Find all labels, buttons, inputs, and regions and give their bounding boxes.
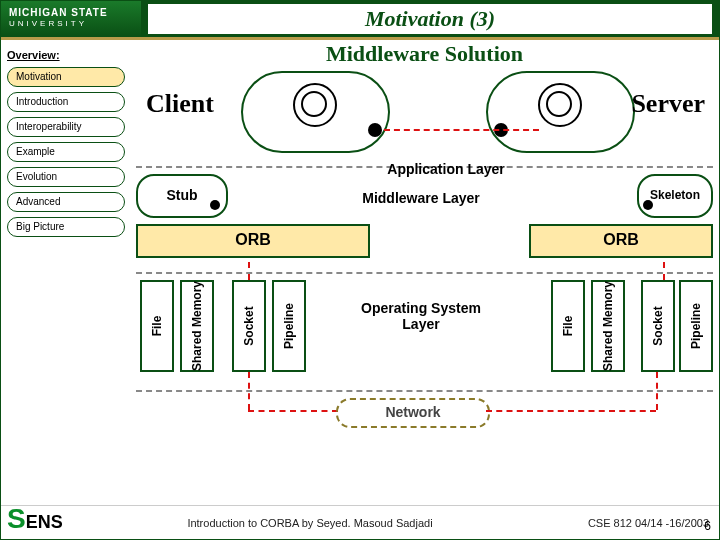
- port-icon: [210, 200, 220, 210]
- io-socket-right: Socket: [641, 280, 675, 372]
- footer: Introduction to CORBA by Seyed. Masoud S…: [1, 505, 719, 539]
- connector: [248, 410, 338, 412]
- io-label: File: [561, 316, 575, 337]
- io-label: Pipeline: [282, 303, 296, 349]
- io-pipeline-right: Pipeline: [679, 280, 713, 372]
- nav-motivation[interactable]: Motivation: [7, 67, 125, 87]
- io-pipeline-left: Pipeline: [272, 280, 306, 372]
- middleware-layer-row: Stub Middleware Layer Skeleton ORB ORB: [136, 172, 713, 272]
- connector: [384, 129, 539, 131]
- connector: [248, 372, 250, 410]
- skeleton-label: Skeleton: [650, 188, 700, 202]
- io-label: Socket: [651, 306, 665, 345]
- orb-right: ORB: [529, 224, 713, 258]
- skeleton-box: Skeleton: [637, 174, 713, 218]
- io-label: Shared Memory: [601, 281, 615, 371]
- io-socket-left: Socket: [232, 280, 266, 372]
- nav-interoperability[interactable]: Interoperability: [7, 117, 125, 137]
- sidebar: Overview: Motivation Introduction Intero…: [7, 45, 125, 242]
- io-file-left: File: [140, 280, 174, 372]
- gold-stripe: [1, 37, 719, 40]
- sidebar-heading: Overview:: [7, 49, 125, 61]
- io-label: File: [150, 316, 164, 337]
- os-layer-row: File Shared Memory Socket Pipeline Opera…: [136, 280, 713, 390]
- slide: MICHIGAN STATE UNIVERSITY Motivation (3)…: [0, 0, 720, 540]
- topbar: MICHIGAN STATE UNIVERSITY Motivation (3): [1, 1, 719, 37]
- server-process: [486, 71, 635, 153]
- io-label: Shared Memory: [190, 281, 204, 371]
- io-sharedmem-right: Shared Memory: [591, 280, 625, 372]
- nav-example[interactable]: Example: [7, 142, 125, 162]
- connector: [663, 262, 665, 280]
- diagram: Middleware Solution Client Server Applic…: [136, 41, 713, 499]
- os-layer-caption: Operating System Layer: [356, 300, 486, 332]
- client-label: Client: [146, 89, 214, 119]
- orb-left: ORB: [136, 224, 370, 258]
- university-sub: UNIVERSITY: [9, 19, 133, 29]
- stub-label: Stub: [166, 187, 197, 203]
- nav-advanced[interactable]: Advanced: [7, 192, 125, 212]
- page-number: 6: [704, 519, 711, 533]
- io-file-right: File: [551, 280, 585, 372]
- connector: [656, 372, 658, 410]
- network-row: Network: [136, 392, 713, 432]
- middleware-layer-caption: Middleware Layer: [356, 190, 486, 206]
- application-layer-row: Client Server Application Layer: [136, 71, 713, 166]
- io-label: Pipeline: [689, 303, 703, 349]
- network-cloud: Network: [336, 398, 490, 428]
- university-logo: MICHIGAN STATE UNIVERSITY: [1, 1, 141, 37]
- connector: [486, 410, 656, 412]
- io-label: Socket: [242, 306, 256, 345]
- connector: [248, 262, 250, 280]
- nav-evolution[interactable]: Evolution: [7, 167, 125, 187]
- footer-course: CSE 812 04/14 -16/2003: [519, 517, 709, 529]
- footer-center: Introduction to CORBA by Seyed. Masoud S…: [101, 517, 519, 529]
- server-label: Server: [631, 89, 705, 119]
- layer-divider: [136, 272, 713, 274]
- thread-icon: [301, 91, 327, 117]
- port-icon: [368, 123, 382, 137]
- diagram-title: Middleware Solution: [136, 41, 713, 67]
- nav-big-picture[interactable]: Big Picture: [7, 217, 125, 237]
- slide-title: Motivation (3): [147, 3, 713, 35]
- io-sharedmem-left: Shared Memory: [180, 280, 214, 372]
- thread-icon: [546, 91, 572, 117]
- stub-box: Stub: [136, 174, 228, 218]
- nav-introduction[interactable]: Introduction: [7, 92, 125, 112]
- port-icon: [643, 200, 653, 210]
- university-name: MICHIGAN STATE: [9, 7, 108, 18]
- client-process: [241, 71, 390, 153]
